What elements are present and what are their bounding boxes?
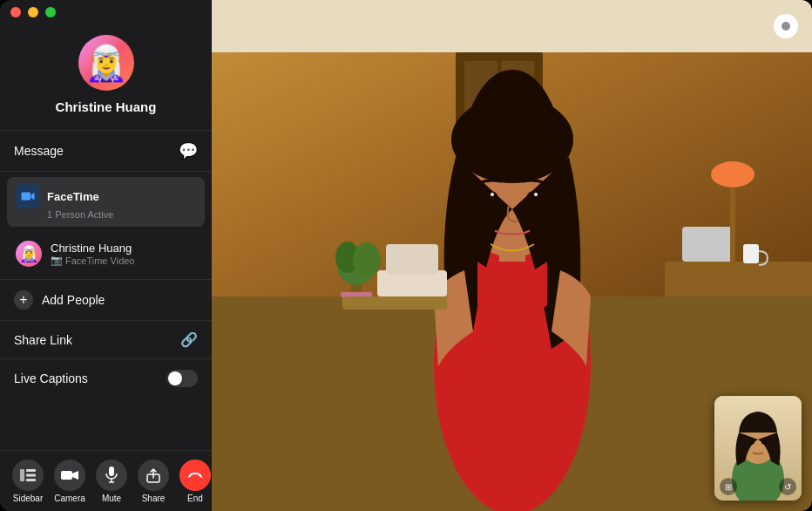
svg-point-32: [527, 191, 541, 201]
facetime-item-header: FaceTime: [16, 184, 196, 208]
pip-video[interactable]: ↺ ⊞: [714, 396, 802, 501]
message-row[interactable]: Message 💬: [0, 133, 212, 169]
message-label: Message: [14, 144, 64, 158]
facetime-title: FaceTime: [47, 190, 99, 203]
divider-2: [0, 171, 212, 172]
svg-rect-4: [26, 479, 36, 481]
toggle-thumb: [168, 371, 182, 385]
svg-rect-1: [20, 469, 24, 481]
svg-point-41: [749, 440, 754, 445]
add-people-row[interactable]: + Add People: [0, 282, 212, 318]
svg-rect-18: [682, 227, 734, 262]
toolbar-sidebar-label: Sidebar: [13, 494, 43, 503]
divider-4: [0, 320, 212, 321]
facetime-video-icon: [20, 188, 36, 204]
record-indicator[interactable]: [774, 14, 798, 38]
participant-avatar: 🧝‍♀️: [16, 241, 42, 267]
pip-refresh-icon[interactable]: ↺: [779, 478, 796, 495]
sidebar-icon: [12, 460, 44, 491]
facetime-item[interactable]: FaceTime 1 Person Active: [7, 177, 205, 227]
divider-3: [0, 279, 212, 280]
svg-rect-37: [342, 296, 447, 310]
svg-point-25: [353, 242, 381, 277]
svg-point-31: [484, 191, 497, 201]
toolbar: Sidebar Camera Mute: [0, 450, 212, 511]
divider-1: [0, 130, 212, 131]
live-captions-label: Live Captions: [14, 371, 88, 385]
svg-point-42: [761, 440, 767, 445]
toolbar-share-label: Share: [142, 494, 166, 503]
participant-avatar-emoji: 🧝‍♀️: [19, 244, 38, 263]
svg-rect-12: [212, 0, 812, 52]
toolbar-camera-button[interactable]: Camera: [49, 456, 91, 507]
avatar-emoji: 🧝‍♀️: [85, 45, 128, 80]
profile-name: Christine Huang: [56, 99, 157, 114]
live-captions-toggle[interactable]: [166, 370, 198, 387]
share-link-label: Share Link: [14, 333, 72, 347]
profile-section: 🧝‍♀️ Christine Huang: [0, 24, 212, 128]
toolbar-share-button[interactable]: Share: [132, 456, 174, 507]
mic-icon: [96, 460, 127, 491]
toolbar-mute-button[interactable]: Mute: [91, 456, 132, 507]
close-button[interactable]: [10, 7, 21, 17]
svg-point-34: [534, 193, 538, 196]
svg-rect-5: [61, 471, 72, 480]
titlebar: [0, 0, 212, 24]
camera-small-icon: 📷: [51, 255, 63, 266]
participant-name: Christine Huang: [51, 242, 134, 255]
plus-icon: +: [14, 290, 33, 310]
share-icon: [138, 460, 169, 491]
svg-rect-2: [26, 469, 36, 472]
share-link-row[interactable]: Share Link 🔗: [0, 323, 212, 357]
svg-rect-17: [665, 262, 812, 296]
message-icon: 💬: [179, 141, 198, 160]
svg-rect-3: [26, 474, 36, 476]
facetime-icon-box: [16, 184, 40, 208]
svg-point-33: [491, 193, 494, 196]
divider-5: [0, 358, 212, 359]
svg-rect-6: [109, 467, 114, 476]
sidebar: 🧝‍♀️ Christine Huang Message 💬 FaceTime …: [0, 0, 212, 511]
video-area: ↺ ⊞: [212, 0, 812, 511]
svg-rect-19: [743, 244, 759, 263]
participant-item[interactable]: 🧝‍♀️ Christine Huang 📷 FaceTime Video: [7, 234, 205, 274]
participant-info: Christine Huang 📷 FaceTime Video: [51, 242, 134, 266]
facetime-subtitle: 1 Person Active: [47, 209, 196, 220]
participant-status: 📷 FaceTime Video: [51, 255, 134, 266]
end-call-icon: [179, 460, 211, 491]
maximize-button[interactable]: [45, 7, 56, 17]
link-icon: 🔗: [180, 331, 198, 348]
toolbar-camera-label: Camera: [54, 494, 85, 503]
camera-icon: [54, 460, 85, 491]
svg-rect-0: [22, 193, 31, 201]
svg-rect-36: [386, 244, 438, 275]
toolbar-mute-label: Mute: [102, 494, 121, 503]
avatar: 🧝‍♀️: [78, 35, 134, 91]
toolbar-end-button[interactable]: End: [174, 456, 216, 507]
pip-camera-icon[interactable]: ⊞: [720, 478, 737, 495]
toolbar-end-label: End: [187, 494, 203, 503]
live-captions-row[interactable]: Live Captions: [0, 361, 212, 396]
add-people-label: Add People: [42, 293, 105, 307]
record-dot: [782, 22, 790, 31]
svg-point-21: [711, 161, 754, 187]
toolbar-sidebar-button[interactable]: Sidebar: [7, 456, 49, 507]
minimize-button[interactable]: [28, 7, 38, 17]
